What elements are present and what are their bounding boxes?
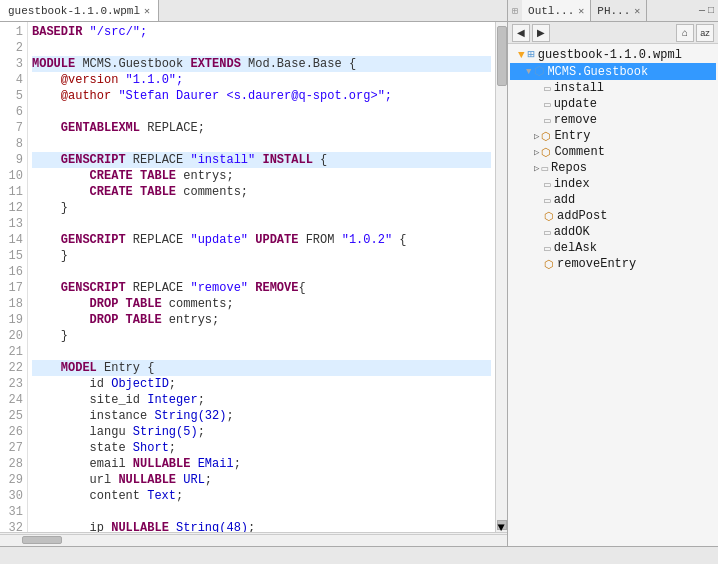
tab-outline-close[interactable]: ✕ [578, 5, 584, 17]
code-line: CREATE TABLE comments; [32, 184, 491, 200]
code-line [32, 264, 491, 280]
code-line: } [32, 248, 491, 264]
tab-close-icon[interactable]: ✕ [144, 5, 150, 17]
code-line: site_id Integer; [32, 392, 491, 408]
editor-tab[interactable]: guestbook-1.1.0.wpml ✕ [0, 0, 159, 21]
minimize-icon[interactable]: — [699, 5, 705, 16]
code-area[interactable]: BASEDIR "/src/"; MODULE MCMS.Guestbook E… [28, 22, 495, 532]
code-line: email NULLABLE EMail; [32, 456, 491, 472]
panel-controls: — □ [647, 0, 718, 21]
tree-item-update[interactable]: ▭update [510, 96, 716, 112]
az-sort-button[interactable]: az [696, 24, 714, 42]
code-line: @author "Stefan Daurer <s.daurer@q-spot.… [32, 88, 491, 104]
tree-item-addpost[interactable]: ⬡addPost [510, 208, 716, 224]
editor-bottom [0, 532, 507, 546]
tree-item-add[interactable]: ▭add [510, 192, 716, 208]
tree-item-addok[interactable]: ▭addOK [510, 224, 716, 240]
code-line [32, 136, 491, 152]
editor-panel: guestbook-1.1.0.wpml ✕ 12345678910111213… [0, 0, 508, 546]
code-line: url NULLABLE URL; [32, 472, 491, 488]
right-tabs: ⊞ Outl... ✕ PH... ✕ — □ [508, 0, 718, 22]
status-bar [0, 546, 718, 564]
tree-item-index[interactable]: ▭index [510, 176, 716, 192]
code-line [32, 40, 491, 56]
tree-mcms-guestbook[interactable]: ▼⬡MCMS.Guestbook [510, 63, 716, 80]
code-line: ip NULLABLE String(48); [32, 520, 491, 532]
code-line: GENSCRIPT REPLACE "install" INSTALL { [32, 152, 491, 168]
tree-item-comment[interactable]: ▷⬡Comment [510, 144, 716, 160]
line-numbers: 1234567891011121314151617181920212223242… [0, 22, 28, 532]
code-line: id ObjectID; [32, 376, 491, 392]
code-line: langu String(5); [32, 424, 491, 440]
code-line: instance String(32); [32, 408, 491, 424]
tab-outline[interactable]: Outl... ✕ [522, 0, 591, 21]
tree-item-repos[interactable]: ▷▭Repos [510, 160, 716, 176]
right-toolbar: ◀ ▶ ⌂ az [508, 22, 718, 44]
code-line [32, 104, 491, 120]
code-line: MODULE MCMS.Guestbook EXTENDS Mod.Base.B… [32, 56, 491, 72]
code-line: content Text; [32, 488, 491, 504]
tree-area[interactable]: ▼⊞guestbook-1.1.0.wpml▼⬡MCMS.Guestbook▭i… [508, 44, 718, 546]
code-line: CREATE TABLE entrys; [32, 168, 491, 184]
code-line: GENSCRIPT REPLACE "update" UPDATE FROM "… [32, 232, 491, 248]
main-container: guestbook-1.1.0.wpml ✕ 12345678910111213… [0, 0, 718, 546]
code-line: state Short; [32, 440, 491, 456]
scrollbar-arrow-down[interactable]: ▼ [497, 520, 507, 530]
scrollbar-thumb-v[interactable] [497, 26, 507, 86]
panel-icon: ⊞ [508, 0, 522, 21]
back-button[interactable]: ◀ [512, 24, 530, 42]
right-panel: ⊞ Outl... ✕ PH... ✕ — □ ◀ ▶ ⌂ az ▼⊞guest… [508, 0, 718, 546]
tab-bar: guestbook-1.1.0.wpml ✕ [0, 0, 507, 22]
code-line: GENTABLEXML REPLACE; [32, 120, 491, 136]
tab-ph-close[interactable]: ✕ [634, 5, 640, 17]
code-line [32, 504, 491, 520]
forward-button[interactable]: ▶ [532, 24, 550, 42]
code-line: DROP TABLE entrys; [32, 312, 491, 328]
scrollbar-thumb-h[interactable] [22, 536, 62, 544]
tab-ph[interactable]: PH... ✕ [591, 0, 647, 21]
editor-body: 1234567891011121314151617181920212223242… [0, 22, 507, 532]
maximize-icon[interactable]: □ [708, 5, 714, 16]
tree-item-install[interactable]: ▭install [510, 80, 716, 96]
tab-outline-label: Outl... [528, 5, 574, 17]
code-line [32, 344, 491, 360]
tree-item-entry[interactable]: ▷⬡Entry [510, 128, 716, 144]
code-line: GENSCRIPT REPLACE "remove" REMOVE{ [32, 280, 491, 296]
code-line: @version "1.1.0"; [32, 72, 491, 88]
tree-root[interactable]: ▼⊞guestbook-1.1.0.wpml [510, 46, 716, 63]
tree-item-removeentry[interactable]: ⬡removeEntry [510, 256, 716, 272]
code-line: BASEDIR "/src/"; [32, 24, 491, 40]
code-line: } [32, 200, 491, 216]
horizontal-scrollbar[interactable] [0, 534, 507, 546]
tree-item-remove[interactable]: ▭remove [510, 112, 716, 128]
tree-item-delask[interactable]: ▭delAsk [510, 240, 716, 256]
code-line [32, 216, 491, 232]
code-line: MODEL Entry { [32, 360, 491, 376]
home-button[interactable]: ⌂ [676, 24, 694, 42]
code-line: } [32, 328, 491, 344]
tab-ph-label: PH... [597, 5, 630, 17]
vertical-scrollbar[interactable]: ▼ [495, 22, 507, 532]
code-line: DROP TABLE comments; [32, 296, 491, 312]
tab-label: guestbook-1.1.0.wpml [8, 5, 140, 17]
